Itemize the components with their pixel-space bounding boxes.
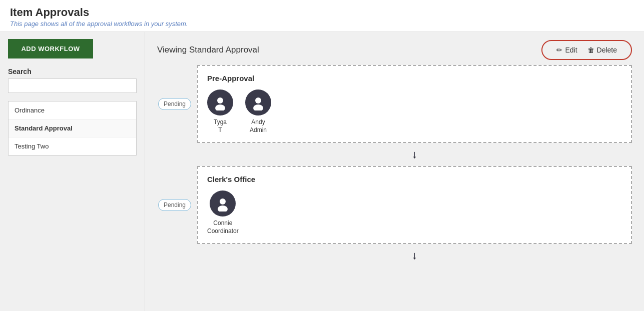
main-header: Viewing Standard Approval ✏ Edit 🗑 Delet… <box>145 32 644 65</box>
arrow-down-1: ↓ <box>197 143 632 166</box>
svg-point-2 <box>255 98 261 104</box>
svg-point-3 <box>253 104 263 110</box>
approver-andy: AndyAdmin <box>245 90 271 134</box>
viewing-title: Viewing Standard Approval <box>157 45 259 55</box>
stage-row-clerks-office: Pending Clerk's Office <box>157 166 632 244</box>
pending-badge-pre-approval: Pending <box>158 98 191 110</box>
sidebar-item-ordinance[interactable]: Ordinance <box>9 102 136 120</box>
workflow-list: Ordinance Standard Approval Testing Two <box>8 101 137 156</box>
arrow-down-icon-2: ↓ <box>412 249 417 262</box>
stage-title-clerks-office: Clerk's Office <box>207 175 622 184</box>
approver-name-connie: ConnieCoordinator <box>207 220 239 235</box>
approver-connie: ConnieCoordinator <box>207 190 239 235</box>
stage-box-pre-approval: Pre-Approval TygaT <box>197 65 632 143</box>
edit-icon: ✏ <box>556 46 562 54</box>
main-content: Viewing Standard Approval ✏ Edit 🗑 Delet… <box>145 32 644 311</box>
stage-label-pre-approval: Pending <box>157 65 197 143</box>
svg-point-5 <box>218 206 228 212</box>
avatar-connie <box>210 190 236 216</box>
approver-name-tyga: TygaT <box>214 118 227 134</box>
stage-row-pre-approval: Pending Pre-Approval <box>157 65 632 143</box>
search-input[interactable] <box>8 78 137 93</box>
approver-name-andy: AndyAdmin <box>250 118 267 134</box>
approvers-pre-approval: TygaT AndyAdmin <box>207 90 622 134</box>
page-subtitle: This page shows all of the approval work… <box>10 20 634 28</box>
stage-box-clerks-office: Clerk's Office ConnieCoordinator <box>197 166 632 244</box>
sidebar-item-standard-approval[interactable]: Standard Approval <box>9 120 136 138</box>
approver-tyga: TygaT <box>207 90 233 134</box>
edit-button[interactable]: ✏ Edit <box>551 44 582 56</box>
delete-label: Delete <box>597 46 617 54</box>
avatar-andy <box>245 90 271 116</box>
page-header: Item Approvals This page shows all of th… <box>0 0 644 32</box>
svg-point-4 <box>220 198 226 204</box>
action-buttons-group: ✏ Edit 🗑 Delete <box>541 40 632 60</box>
approvers-clerks-office: ConnieCoordinator <box>207 190 622 235</box>
delete-icon: 🗑 <box>587 46 594 54</box>
edit-label: Edit <box>565 46 577 54</box>
page-title: Item Approvals <box>10 6 634 19</box>
sidebar-item-testing-two[interactable]: Testing Two <box>9 138 136 155</box>
delete-button[interactable]: 🗑 Delete <box>582 44 622 56</box>
sidebar: ADD WORKFLOW Search Ordinance Standard A… <box>0 32 145 311</box>
workflow-area: Pending Pre-Approval <box>145 65 644 277</box>
avatar-tyga <box>207 90 233 116</box>
arrow-down-icon-1: ↓ <box>412 148 417 161</box>
stage-label-clerks-office: Pending <box>157 166 197 244</box>
add-workflow-button[interactable]: ADD WORKFLOW <box>8 39 93 58</box>
svg-point-0 <box>217 98 223 104</box>
pending-badge-clerks-office: Pending <box>158 199 191 211</box>
arrow-down-2: ↓ <box>197 244 632 267</box>
svg-point-1 <box>215 104 225 110</box>
stage-title-pre-approval: Pre-Approval <box>207 74 622 82</box>
search-label: Search <box>8 68 137 76</box>
